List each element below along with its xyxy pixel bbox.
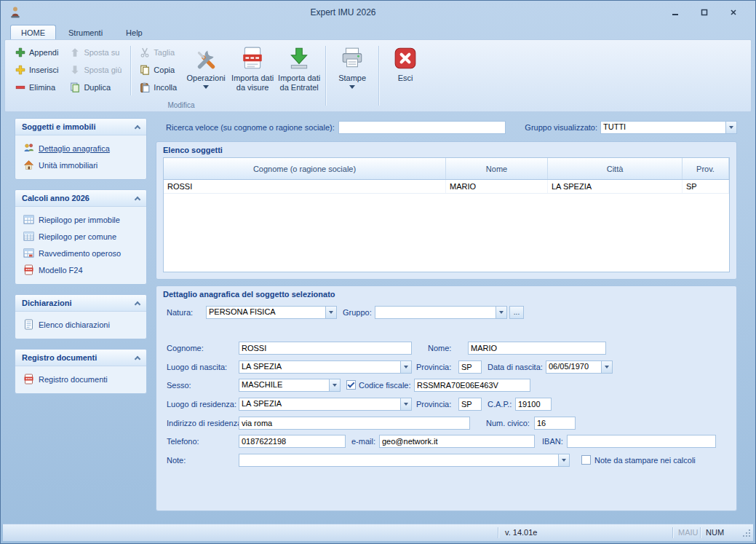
gruppo-browse-button[interactable]: ... (509, 306, 524, 319)
codice-fiscale-input[interactable] (414, 379, 530, 392)
gruppo-visualizzato-value: TUTTI (601, 122, 725, 133)
note-stampa-label: Note da stampare nei calcoli (594, 456, 696, 465)
luogo-nascita-combo[interactable]: LA SPEZIA (239, 360, 412, 374)
sidebar-item-riepilogo-comune[interactable]: Riepilogo per comune (15, 228, 146, 245)
note-combo[interactable] (239, 454, 570, 467)
stampe-button[interactable]: Stampe (329, 42, 375, 110)
ribbon-group-modifica: Appendi Inserisci Elimina Sposta su (9, 42, 183, 110)
cell-citta: LA SPEZIA (548, 180, 683, 193)
scissors-icon (140, 47, 150, 58)
incolla-button[interactable]: Incolla (135, 79, 181, 95)
sidebar-item-unita-immobiliari[interactable]: Unità immobiliari (15, 157, 146, 173)
dropdown-arrow-icon[interactable] (329, 379, 340, 391)
num-civico-input[interactable] (534, 417, 576, 430)
tab-help[interactable]: Help (115, 25, 154, 39)
sidebar-group-header-calcoli[interactable]: Calcoli anno 2026 (15, 190, 146, 207)
gruppo-visualizzato-combo[interactable]: TUTTI (600, 121, 737, 134)
people-icon (23, 143, 34, 154)
close-button[interactable] (723, 7, 744, 18)
dropdown-arrow-icon[interactable] (725, 122, 736, 133)
cap-input[interactable] (515, 398, 552, 411)
copy-icon (140, 65, 150, 75)
sidebar-group-header-dichiarazioni[interactable]: Dichiarazioni (15, 295, 146, 312)
sidebar-item-ravvedimento[interactable]: Ravvedimento operoso (15, 245, 146, 261)
elimina-button[interactable]: Elimina (11, 79, 63, 95)
search-input[interactable] (338, 121, 506, 134)
cognome-input[interactable] (239, 342, 412, 355)
iban-input[interactable] (567, 435, 716, 448)
sidebar-group-header-registro[interactable]: Registro documenti (15, 350, 146, 366)
cell-prov: SP (683, 180, 729, 193)
luogo-residenza-combo[interactable]: LA SPEZIA (239, 398, 412, 411)
cap-label: C.A.P.: (488, 400, 515, 409)
luogo-residenza-value: LA SPEZIA (239, 398, 400, 410)
title-bar[interactable]: Expert IMU 2026 (3, 3, 753, 22)
column-header-cognome[interactable]: Cognome (o ragione sociale) (164, 158, 446, 179)
email-input[interactable] (379, 435, 535, 448)
telefono-input[interactable] (239, 435, 346, 448)
sesso-combo[interactable]: MASCHILE (239, 379, 341, 392)
column-header-prov[interactable]: Prov. (683, 158, 729, 179)
nome-input[interactable] (468, 342, 606, 355)
luogo-nascita-value: LA SPEZIA (239, 361, 400, 373)
dettaglio-anagrafica-groupbox: Dettaglio anagrafica del soggetto selezi… (156, 285, 737, 511)
sidebar-group-title: Registro documenti (22, 353, 97, 362)
table-row[interactable]: ROSSI MARIO LA SPEZIA SP (164, 180, 729, 194)
note-stampa-checkbox[interactable] (581, 455, 591, 465)
sidebar-item-elenco-dichiarazioni[interactable]: Elenco dichiarazioni (15, 316, 146, 333)
inserisci-label: Inserisci (29, 66, 58, 74)
sidebar-item-registro-documenti[interactable]: Registro documenti (15, 371, 146, 387)
sidebar-group-header-soggetti[interactable]: Soggetti e immobili (15, 119, 146, 135)
sidebar-item-label: Modello F24 (39, 266, 83, 275)
dropdown-arrow-icon[interactable] (325, 307, 336, 318)
provincia-nascita-label: Provincia: (416, 363, 458, 371)
tab-home[interactable]: HOME (10, 25, 56, 39)
gruppo-combo[interactable] (375, 306, 507, 319)
inserisci-button[interactable]: Inserisci (11, 62, 63, 77)
sidebar-item-dettaglio-anagrafica[interactable]: Dettaglio anagrafica (15, 140, 146, 157)
appendi-button[interactable]: Appendi (11, 44, 63, 60)
provincia-nascita-input[interactable] (458, 360, 482, 374)
dropdown-arrow-icon[interactable] (400, 361, 411, 373)
operazioni-label: Operazioni (187, 74, 226, 83)
natura-label: Natura: (167, 308, 206, 317)
sposta-su-button[interactable]: Sposta su (65, 44, 126, 60)
dropdown-arrow-icon[interactable] (601, 361, 612, 373)
calc-table-icon (23, 248, 34, 259)
natura-combo[interactable]: PERSONA FISICA (206, 306, 337, 319)
codice-fiscale-checkbox[interactable] (346, 380, 356, 390)
provincia-residenza-input[interactable] (458, 398, 482, 411)
column-header-citta[interactable]: Città (548, 158, 683, 179)
sidebar-item-modello-f24[interactable]: Modello F24 (15, 261, 146, 278)
ribbon-separator (325, 46, 326, 106)
printer-icon (340, 46, 365, 71)
importa-visure-button[interactable]: Importa dati da visure (229, 42, 276, 110)
maximize-button[interactable] (693, 7, 715, 18)
indirizzo-input[interactable] (239, 417, 470, 430)
soggetti-grid[interactable]: Cognome (o ragione sociale) Nome Città P… (163, 157, 730, 272)
duplicate-icon (70, 82, 80, 92)
minimize-button[interactable] (664, 7, 686, 18)
dropdown-arrow-icon[interactable] (496, 307, 506, 318)
operazioni-button[interactable]: Operazioni (183, 42, 229, 110)
taglia-button[interactable]: Taglia (135, 44, 181, 60)
copia-button[interactable]: Copia (135, 62, 181, 77)
sposta-su-label: Sposta su (84, 48, 119, 57)
dropdown-arrow-icon[interactable] (400, 398, 411, 410)
table-icon (23, 231, 34, 242)
data-nascita-combo[interactable]: 06/05/1970 (546, 360, 613, 374)
dropdown-arrow-icon[interactable] (558, 454, 569, 466)
column-header-nome[interactable]: Nome (446, 158, 548, 179)
duplica-button[interactable]: Duplica (65, 79, 126, 95)
elenco-soggetti-title: Elenco soggetti (163, 146, 730, 154)
sidebar-item-riepilogo-immobile[interactable]: Riepilogo per immobile (15, 211, 146, 228)
sidebar-group-title: Dichiarazioni (22, 299, 71, 307)
esci-button[interactable]: Esci (382, 42, 429, 110)
dettaglio-anagrafica-title: Dettaglio anagrafica del soggetto selezi… (163, 290, 730, 299)
tab-strumenti[interactable]: Strumenti (57, 25, 114, 39)
importa-visure-label-line2: da visure (236, 83, 269, 92)
status-bar: v. 14.01e MAIU NUM (3, 524, 753, 541)
sposta-giu-button[interactable]: Sposta giù (65, 62, 126, 77)
importa-entratel-button[interactable]: Importa dati da Entratel (276, 42, 322, 110)
resize-grip[interactable] (742, 529, 752, 540)
